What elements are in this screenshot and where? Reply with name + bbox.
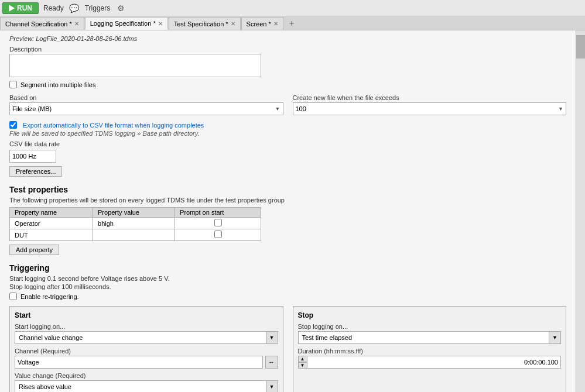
prompt-dut-checkbox[interactable] — [214, 231, 222, 238]
content-area: Preview: LogFile_2020-01-28-08-26-06.tdm… — [0, 30, 576, 392]
create-new-arrow: ▼ — [558, 106, 563, 112]
tab-add-button[interactable]: ＋ — [284, 17, 299, 30]
gear-icon[interactable]: ⚙ — [115, 2, 126, 14]
tab-logging-spec-label: Logging Specification * — [90, 20, 156, 27]
create-new-col: Create new file when the file exceeds 10… — [293, 91, 567, 115]
csv-rate-label: CSV file data rate — [9, 140, 566, 147]
col-property-name: Property name — [10, 208, 93, 218]
stop-logging-arrow[interactable]: ▼ — [549, 332, 560, 343]
ready-label: Ready — [41, 4, 66, 12]
test-properties-desc: The following properties will be stored … — [9, 197, 566, 204]
stop-logging-label: Stop logging on... — [298, 323, 562, 330]
duration-label: Duration (hh:mm:ss.fff) — [298, 348, 562, 355]
prop-prompt-operator[interactable] — [175, 218, 261, 229]
channel-row: ↔ — [15, 356, 278, 369]
run-icon — [9, 5, 15, 12]
stop-panel-title: Stop — [298, 311, 562, 319]
tab-screen-label: Screen * — [247, 20, 271, 27]
value-change-dropdown[interactable]: Rises above value ▼ — [15, 380, 278, 392]
prop-value-dut — [93, 229, 175, 241]
description-input[interactable] — [9, 54, 261, 77]
channel-required-label: Channel (Required) — [15, 348, 278, 355]
export-row: Export automatically to CSV file format … — [9, 121, 566, 129]
prop-prompt-dut[interactable] — [175, 229, 261, 241]
create-new-dropdown[interactable]: 100 ▼ — [293, 102, 567, 115]
prop-value-operator: bhigh — [93, 218, 175, 229]
create-new-box[interactable]: 100 ▼ — [293, 102, 567, 115]
tab-channel-spec-label: Channel Specification * — [5, 20, 72, 27]
based-on-col: Based on File size (MB) ▼ — [9, 91, 283, 115]
start-stop-row: Start Start logging on... Channel value … — [9, 306, 566, 392]
toolbar: RUN Ready 💬 Triggers ⚙ — [0, 0, 585, 16]
table-row: Operator bhigh — [10, 218, 261, 229]
create-new-label: Create new file when the file exceeds — [293, 94, 567, 101]
tab-test-spec-label: Test Specification * — [174, 20, 228, 27]
test-properties-title: Test properties — [9, 185, 566, 194]
csv-rate-row — [9, 150, 566, 163]
value-change-value: Rises above value — [15, 382, 266, 391]
value-change-arrow[interactable]: ▼ — [266, 381, 278, 392]
tab-channel-spec[interactable]: Channel Specification * ✕ — [0, 17, 84, 30]
tab-logging-spec[interactable]: Logging Specification * ✕ — [85, 17, 168, 30]
segment-label: Segment into multiple files — [20, 81, 95, 88]
stop-panel: Stop Stop logging on... Test time elapse… — [293, 306, 567, 392]
segment-checkbox[interactable] — [9, 81, 17, 88]
enable-retriggering-checkbox[interactable] — [9, 293, 17, 300]
duration-input[interactable] — [307, 356, 562, 369]
based-on-arrow: ▼ — [275, 106, 280, 112]
based-on-value: File size (MB) — [12, 105, 52, 112]
start-logging-dropdown[interactable]: Channel value change ▼ — [15, 331, 278, 344]
stop-logging-dropdown[interactable]: Test time elapsed ▼ — [298, 331, 562, 344]
file-options-row: Based on File size (MB) ▼ Create new fil… — [9, 91, 566, 115]
triggering-line1: Start logging 0.1 second before Voltage … — [9, 275, 566, 282]
preview-label: Preview: LogFile_2020-01-28-08-26-06.tdm… — [9, 35, 137, 42]
based-on-box[interactable]: File size (MB) ▼ — [9, 102, 283, 115]
value-change-label: Value change (Required) — [15, 372, 278, 379]
tab-logging-spec-close[interactable]: ✕ — [158, 20, 163, 27]
export-label: Export automatically to CSV file format … — [23, 122, 204, 129]
col-property-value: Property value — [93, 208, 175, 218]
enable-retriggering-label: Enable re-triggering. — [20, 293, 79, 300]
export-path: File will be saved to specified TDMS log… — [9, 130, 566, 137]
start-logging-label: Start logging on... — [15, 323, 278, 330]
based-on-dropdown[interactable]: File size (MB) ▼ — [9, 102, 283, 115]
export-checkbox[interactable] — [9, 121, 17, 129]
duration-spinner: ▲ ▼ — [298, 356, 307, 369]
tab-test-spec-close[interactable]: ✕ — [231, 20, 235, 27]
start-panel: Start Start logging on... Channel value … — [9, 306, 283, 392]
channel-input[interactable] — [15, 356, 263, 369]
comment-icon[interactable]: 💬 — [69, 2, 80, 14]
tab-channel-spec-close[interactable]: ✕ — [74, 20, 79, 27]
tab-screen[interactable]: Screen * ✕ — [241, 17, 283, 30]
preferences-button[interactable]: Preferences... — [9, 166, 62, 177]
preview-row: Preview: LogFile_2020-01-28-08-26-06.tdm… — [9, 35, 566, 42]
start-panel-title: Start — [15, 311, 278, 319]
start-logging-value: Channel value change — [15, 333, 266, 342]
segment-row: Segment into multiple files — [9, 81, 566, 88]
triggering-line2: Stop logging after 100 milliseconds. — [9, 283, 566, 290]
scrollbar[interactable] — [576, 30, 585, 392]
duration-up-button[interactable]: ▲ — [298, 356, 307, 362]
tab-bar: Channel Specification * ✕ Logging Specif… — [0, 16, 585, 30]
prompt-operator-checkbox[interactable] — [214, 219, 222, 226]
triggers-label: Triggers — [83, 4, 113, 12]
tab-test-spec[interactable]: Test Specification * ✕ — [169, 17, 241, 30]
triggering-enable-row: Enable re-triggering. — [9, 293, 566, 300]
add-property-button[interactable]: Add property — [9, 245, 59, 255]
scrollbar-thumb[interactable] — [576, 35, 585, 59]
create-new-value: 100 — [296, 105, 306, 112]
csv-rate-input[interactable] — [9, 150, 56, 163]
col-prompt-on-start: Prompt on start — [175, 208, 261, 218]
triggering-title: Triggering — [9, 263, 566, 273]
based-on-label: Based on — [9, 94, 283, 101]
table-row: DUT — [10, 229, 261, 241]
run-button[interactable]: RUN — [2, 2, 39, 14]
duration-down-button[interactable]: ▼ — [298, 362, 307, 369]
tab-screen-close[interactable]: ✕ — [273, 20, 278, 27]
channel-select-button[interactable]: ↔ — [265, 356, 278, 369]
run-label: RUN — [17, 4, 32, 12]
duration-row: ▲ ▼ — [298, 356, 562, 369]
start-logging-arrow[interactable]: ▼ — [266, 332, 278, 343]
main-content: Preview: LogFile_2020-01-28-08-26-06.tdm… — [0, 30, 585, 392]
description-label: Description — [9, 46, 566, 53]
